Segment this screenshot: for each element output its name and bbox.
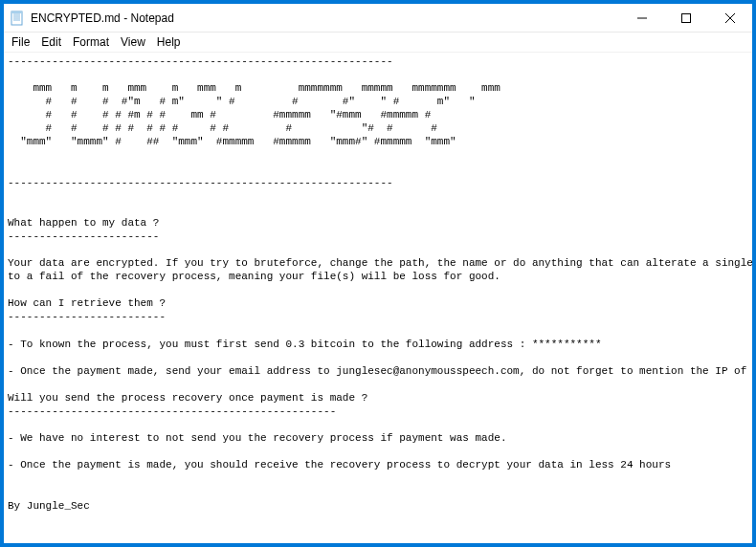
window-title: ENCRYPTED.md - Notepad [31, 11, 620, 25]
svg-rect-7 [682, 13, 691, 22]
text-area[interactable]: ----------------------------------------… [4, 52, 752, 543]
minimize-button[interactable] [620, 4, 664, 32]
menu-view[interactable]: View [115, 34, 151, 50]
notepad-icon [10, 11, 25, 26]
close-button[interactable] [708, 4, 752, 32]
menu-format[interactable]: Format [67, 34, 115, 50]
menu-edit[interactable]: Edit [35, 34, 67, 50]
maximize-button[interactable] [664, 4, 708, 32]
window-controls [620, 4, 752, 32]
notepad-window: ENCRYPTED.md - Notepad File Edit Format … [3, 3, 753, 544]
menu-file[interactable]: File [6, 34, 35, 50]
svg-rect-5 [11, 11, 22, 13]
menubar: File Edit Format View Help [4, 33, 752, 52]
document-text[interactable]: ----------------------------------------… [8, 55, 748, 513]
menu-help[interactable]: Help [151, 34, 187, 50]
titlebar[interactable]: ENCRYPTED.md - Notepad [4, 4, 752, 33]
